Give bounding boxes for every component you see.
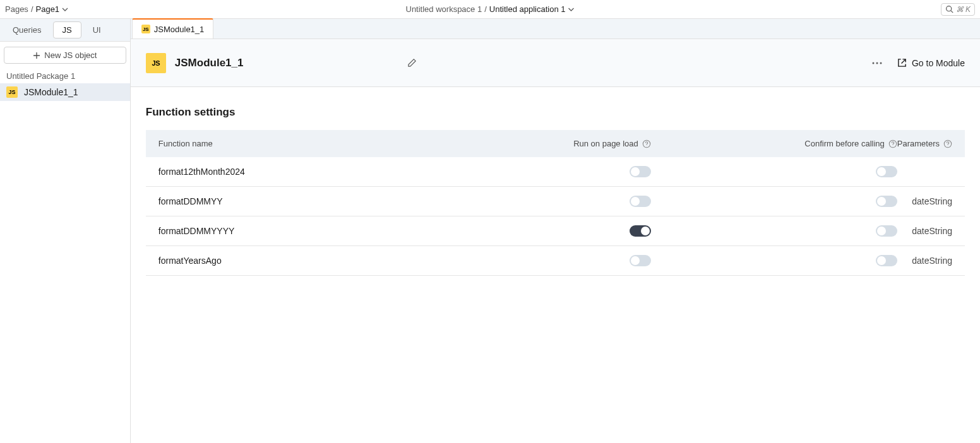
fn-params: dateString: [897, 196, 952, 206]
package-label[interactable]: Untitled Package 1: [0, 68, 130, 83]
js-icon: JS: [141, 25, 150, 33]
toggle-run-on-load[interactable]: [630, 196, 651, 207]
table-row: format12thMonth2024: [146, 157, 965, 187]
function-table: Function name Run on page load Confirm b…: [146, 130, 965, 276]
js-icon: JS: [146, 53, 166, 73]
module-title: JSModule1_1: [175, 57, 244, 69]
fn-params: dateString: [897, 226, 952, 236]
fn-name: formatDDMMYY: [158, 196, 405, 206]
file-tab-label: JSModule1_1: [154, 25, 205, 34]
toggle-run-on-load[interactable]: [630, 255, 651, 266]
tab-queries[interactable]: Queries: [4, 22, 51, 38]
col-run-on-load: Run on page load: [405, 139, 651, 148]
toggle-confirm[interactable]: [876, 255, 897, 266]
sidebar-item-jsmodule[interactable]: JS JSModule1_1: [0, 83, 130, 101]
svg-point-2: [876, 62, 878, 64]
help-icon[interactable]: [888, 139, 897, 148]
sidebar: Queries JS UI New JS object Untitled Pac…: [0, 19, 131, 443]
fn-params: dateString: [897, 256, 952, 266]
help-icon[interactable]: [642, 139, 651, 148]
app-name[interactable]: Untitled application 1: [489, 4, 566, 14]
breadcrumb-page[interactable]: Page1: [36, 4, 60, 14]
toggle-confirm[interactable]: [876, 196, 897, 207]
table-row: formatDDMMYYdateString: [146, 187, 965, 216]
col-parameters: Parameters: [897, 139, 952, 148]
svg-point-1: [872, 62, 874, 64]
dots-horizontal-icon: [872, 62, 882, 64]
workspace-breadcrumb[interactable]: Untitled workspace 1 / Untitled applicat…: [406, 4, 575, 14]
external-link-icon: [897, 58, 907, 68]
js-icon: JS: [6, 86, 18, 98]
fn-name: formatDDMMYYYY: [158, 226, 405, 236]
table-row: formatYearsAgodateString: [146, 246, 965, 276]
breadcrumb[interactable]: Pages / Page1: [5, 4, 68, 14]
new-js-object-label: New JS object: [44, 50, 97, 60]
chevron-down-icon[interactable]: [62, 6, 68, 13]
breadcrumb-sep: /: [31, 4, 33, 14]
table-row: formatDDMMYYYYdateString: [146, 216, 965, 246]
workspace-sep: /: [484, 4, 487, 14]
go-to-module-button[interactable]: Go to Module: [897, 58, 965, 68]
tab-js[interactable]: JS: [53, 21, 81, 38]
fn-name: format12thMonth2024: [158, 167, 405, 177]
plus-icon: [33, 52, 40, 59]
search-icon: [945, 5, 953, 13]
pencil-icon: [407, 58, 417, 68]
editor-tabstrip: JS JSModule1_1: [131, 19, 980, 39]
workspace-name: Untitled workspace 1: [406, 4, 482, 14]
search-shortcut: ⌘ K: [956, 5, 971, 14]
svg-point-3: [880, 62, 881, 64]
toggle-confirm[interactable]: [876, 166, 897, 177]
new-js-object-button[interactable]: New JS object: [4, 47, 126, 64]
toggle-run-on-load[interactable]: [630, 225, 651, 237]
sidebar-item-label: JSModule1_1: [24, 87, 78, 97]
table-header: Function name Run on page load Confirm b…: [146, 130, 965, 157]
toggle-confirm[interactable]: [876, 225, 897, 237]
col-confirm: Confirm before calling: [651, 139, 897, 148]
chevron-down-icon[interactable]: [568, 6, 575, 13]
tab-ui[interactable]: UI: [84, 22, 110, 38]
section-title: Function settings: [146, 106, 965, 119]
help-icon[interactable]: [943, 139, 952, 148]
toggle-run-on-load[interactable]: [630, 166, 651, 177]
go-to-module-label: Go to Module: [912, 58, 965, 68]
breadcrumb-root: Pages: [5, 4, 28, 14]
col-function-name: Function name: [158, 139, 405, 148]
file-tab-jsmodule[interactable]: JS JSModule1_1: [132, 18, 214, 38]
search-button[interactable]: ⌘ K: [941, 3, 975, 16]
fn-name: formatYearsAgo: [158, 256, 405, 266]
more-options-button[interactable]: [868, 58, 886, 68]
edit-name-button[interactable]: [403, 54, 421, 71]
svg-point-0: [946, 6, 951, 11]
